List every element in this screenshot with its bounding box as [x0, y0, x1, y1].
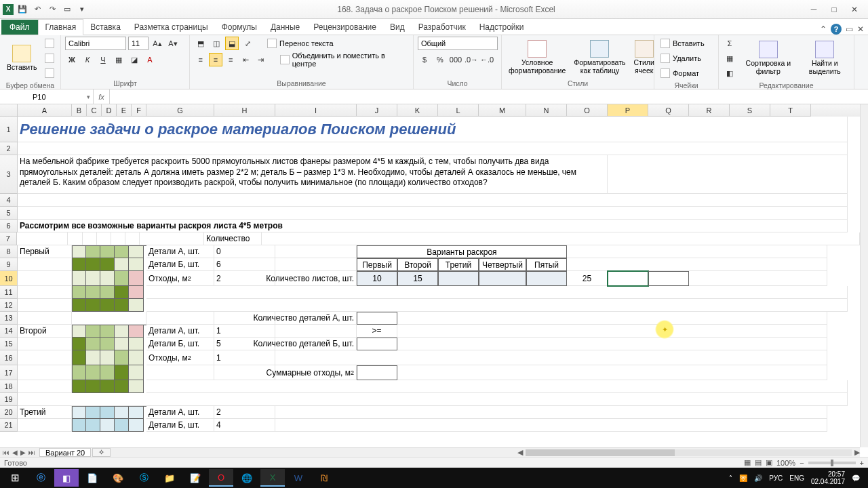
copy-button[interactable]	[43, 52, 56, 65]
save-icon[interactable]: 💾	[16, 3, 28, 16]
file-tab[interactable]: Файл	[1, 20, 38, 35]
zoom-out-icon[interactable]: −	[800, 459, 804, 467]
active-cell[interactable]	[608, 271, 648, 286]
formula-input[interactable]	[110, 89, 868, 104]
col-header[interactable]: O	[567, 104, 608, 117]
col-header[interactable]: T	[770, 104, 811, 117]
decrease-font-icon[interactable]: A▾	[166, 37, 180, 50]
detA-value[interactable]	[357, 312, 397, 325]
cell-styles-button[interactable]: Стили ячеек	[631, 39, 657, 76]
help-icon[interactable]: ?	[831, 24, 842, 35]
tab-review[interactable]: Рецензирование	[307, 20, 383, 35]
align-right-icon[interactable]: ≡	[224, 53, 237, 66]
row-header[interactable]: 13	[0, 312, 18, 325]
increase-font-icon[interactable]: A▴	[151, 37, 164, 50]
dec-decimal-icon[interactable]: ←.0	[480, 53, 494, 66]
cut-button[interactable]	[43, 37, 56, 50]
row-header[interactable]: 17	[0, 365, 18, 380]
detB-value[interactable]	[357, 338, 397, 350]
row-header[interactable]: 7	[0, 232, 17, 245]
row-header[interactable]: 14	[0, 325, 18, 338]
tab-next-icon[interactable]: ▶	[20, 449, 26, 456]
tray-clock[interactable]: 20:5702.04.2017	[811, 470, 845, 485]
start-button[interactable]: ⊞	[3, 469, 27, 487]
border-button[interactable]: ▦	[112, 53, 125, 66]
format-cells-button[interactable]: Формат	[658, 66, 707, 80]
fx-button[interactable]: fx	[94, 89, 110, 104]
col-header[interactable]: D	[102, 104, 117, 117]
sheet-tab[interactable]: Вариант 20	[39, 448, 91, 457]
ribbon-options-icon[interactable]: ▭	[846, 24, 853, 34]
taskbar-app[interactable]: O	[209, 469, 233, 487]
col-header[interactable]: N	[526, 104, 567, 117]
new-icon[interactable]: ▭	[61, 3, 73, 16]
row-header[interactable]: 21	[0, 419, 18, 432]
font-size-select[interactable]: 11	[128, 37, 149, 50]
font-color-button[interactable]: A	[143, 53, 157, 66]
row-header[interactable]: 8	[0, 245, 18, 258]
merge-center-button[interactable]: Объединить и поместить в центре	[278, 53, 409, 66]
sheets-value[interactable]: 15	[397, 271, 438, 286]
col-header[interactable]: J	[357, 104, 397, 117]
col-header[interactable]: F	[132, 104, 146, 117]
taskbar-app[interactable]: 🎨	[106, 469, 130, 487]
tray-chevron-icon[interactable]: ˄	[729, 474, 732, 482]
bold-button[interactable]: Ж	[65, 53, 79, 66]
row-header[interactable]: 10	[0, 271, 18, 286]
row-header[interactable]: 9	[0, 258, 18, 271]
col-header[interactable]: A	[18, 104, 72, 117]
tab-last-icon[interactable]: ⏭	[28, 449, 35, 456]
wrap-text-button[interactable]: Перенос текста	[265, 37, 336, 50]
col-header[interactable]: Q	[648, 104, 689, 117]
row-header[interactable]: 16	[0, 350, 18, 365]
tray-network-icon[interactable]: 🛜	[739, 474, 747, 482]
view-layout-icon[interactable]: ▤	[755, 458, 762, 467]
paste-button[interactable]: Вставить	[4, 43, 40, 73]
tab-first-icon[interactable]: ⏮	[3, 449, 9, 456]
col-header[interactable]: H	[214, 104, 275, 117]
row-header[interactable]: 20	[0, 406, 18, 419]
sheets-value[interactable]	[526, 271, 567, 286]
italic-button[interactable]: К	[81, 53, 94, 66]
conditional-format-button[interactable]: Условное форматирование	[506, 39, 568, 76]
maximize-button[interactable]: □	[825, 3, 844, 16]
view-normal-icon[interactable]: ▦	[744, 458, 751, 467]
row-header[interactable]: 12	[0, 299, 18, 312]
taskbar-app[interactable]: 📄	[80, 469, 104, 487]
col-header[interactable]: K	[397, 104, 438, 117]
sort-filter-button[interactable]: Сортировка и фильтр	[739, 39, 797, 77]
taskbar-app[interactable]: ◧	[54, 469, 79, 487]
inc-decimal-icon[interactable]: .0→	[465, 53, 478, 66]
qat-more-icon[interactable]: ▾	[76, 3, 88, 16]
sheets-value[interactable]	[438, 271, 479, 286]
row-header[interactable]: 3	[0, 155, 18, 194]
insert-cells-button[interactable]: Вставить	[658, 37, 707, 50]
format-as-table-button[interactable]: Форматировать как таблицу	[571, 39, 628, 76]
row-header[interactable]: 19	[0, 393, 18, 406]
comma-icon[interactable]: 000	[449, 53, 462, 66]
taskbar-app[interactable]: ⓔ	[28, 469, 53, 487]
tab-addins[interactable]: Надстройки	[473, 20, 531, 35]
redo-icon[interactable]: ↷	[46, 3, 58, 16]
tab-insert[interactable]: Вставка	[83, 20, 127, 35]
tray-notifications-icon[interactable]: 💬	[852, 474, 860, 482]
tab-page-layout[interactable]: Разметка страницы	[127, 20, 215, 35]
align-top-icon[interactable]: ⬒	[194, 37, 208, 50]
row-header[interactable]: 1	[0, 117, 18, 142]
number-format-select[interactable]: Общий	[418, 37, 498, 50]
col-header[interactable]: P	[608, 104, 648, 117]
row-header[interactable]: 2	[0, 142, 18, 155]
tab-prev-icon[interactable]: ◀	[12, 449, 18, 456]
undo-icon[interactable]: ↶	[31, 3, 43, 16]
col-header[interactable]: E	[117, 104, 132, 117]
ribbon-close-icon[interactable]: ✕	[857, 24, 864, 34]
tab-formulas[interactable]: Формулы	[215, 20, 264, 35]
worksheet-grid[interactable]: A B C D E F G H I J K L M N O P Q R S T …	[0, 104, 860, 447]
align-left-icon[interactable]: ≡	[194, 53, 207, 66]
row-header[interactable]: 6	[0, 220, 18, 232]
col-header[interactable]: L	[438, 104, 479, 117]
font-name-select[interactable]: Calibri	[65, 37, 126, 50]
sheets-value[interactable]	[479, 271, 526, 286]
align-middle-icon[interactable]: ◫	[210, 37, 223, 50]
row-header[interactable]: 11	[0, 286, 18, 299]
